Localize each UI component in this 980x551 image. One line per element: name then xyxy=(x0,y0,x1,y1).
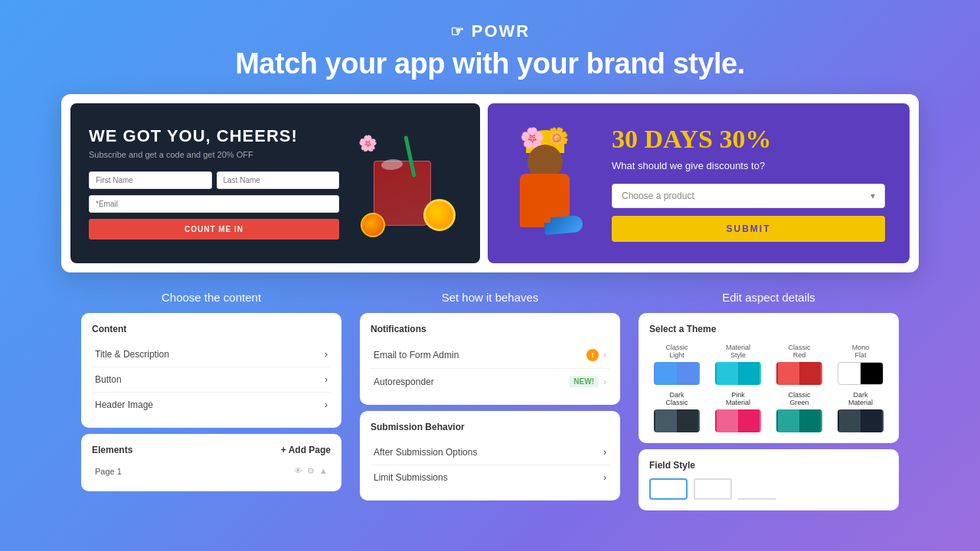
classic-green-label: ClassicGreen xyxy=(788,391,810,406)
dark-card-title: WE GOT YOU, CHEERS! xyxy=(89,127,339,145)
material-style-label: MaterialStyle xyxy=(726,344,750,359)
autoresponder-row[interactable]: Autoresponder NEW! › xyxy=(371,369,609,394)
submission-header: Submission Behavior xyxy=(371,422,609,432)
eye-icon[interactable]: 👁 xyxy=(294,466,302,476)
discount-question: What should we give discounts to? xyxy=(612,160,885,171)
glass-body xyxy=(374,161,431,226)
submission-panel: Submission Behavior After Submission Opt… xyxy=(360,411,620,500)
first-name-input[interactable] xyxy=(89,171,212,189)
button-row[interactable]: Button › xyxy=(92,367,331,393)
product-select-dropdown[interactable]: Choose a product ▾ xyxy=(612,184,885,208)
pink-material-swatch xyxy=(715,409,761,432)
flower-decor: 🌸 xyxy=(358,134,377,152)
email-admin-right: ! › xyxy=(586,349,606,361)
dropdown-chevron: ▾ xyxy=(871,191,875,201)
page-1-label: Page 1 xyxy=(95,467,122,476)
theme-dark-classic[interactable]: DarkClassic xyxy=(649,391,704,432)
email-input[interactable] xyxy=(89,195,339,213)
dark-classic-swatch xyxy=(654,409,700,432)
design-column: Edit aspect details Select a Theme Class… xyxy=(639,291,899,510)
button-label: Button xyxy=(95,374,122,385)
page-1-item[interactable]: Page 1 👁 ⚙ ▲ xyxy=(92,461,331,481)
autoresponder-chevron: › xyxy=(603,377,606,387)
notifications-header: Notifications xyxy=(371,324,609,334)
pink-material-label: PinkMaterial xyxy=(726,391,750,406)
submit-button[interactable]: SUBMIT xyxy=(612,216,885,242)
limit-submissions-chevron: › xyxy=(603,472,606,483)
page-settings-icon[interactable]: ⚙ xyxy=(307,466,315,476)
field-style-option-1[interactable] xyxy=(649,478,688,500)
name-fields-row xyxy=(89,171,339,189)
limit-submissions-label: Limit Submissions xyxy=(374,472,448,483)
preview-card-purple: 🌸🌼 30 DAYS 30% What should we give disco… xyxy=(488,103,910,263)
page-header: ☞ POWR Match your app with your brand st… xyxy=(0,0,980,94)
classic-light-label: ClassicLight xyxy=(665,344,688,359)
theme-dark-material[interactable]: DarkMaterial xyxy=(833,391,888,432)
theme-classic-green[interactable]: ClassicGreen xyxy=(772,391,827,432)
drink-illustration: 🌸 xyxy=(354,130,462,237)
new-badge: NEW! xyxy=(569,376,599,387)
header-image-row[interactable]: Header Image › xyxy=(92,393,331,417)
theme-pink-material[interactable]: PinkMaterial xyxy=(710,391,766,432)
field-style-option-2[interactable] xyxy=(694,478,732,500)
content-column: Choose the content Content Title & Descr… xyxy=(81,291,341,510)
content-panel-header: Content xyxy=(92,324,331,334)
preview-card-dark: WE GOT YOU, CHEERS! Subscribe and get a … xyxy=(70,103,480,263)
dark-card-content: WE GOT YOU, CHEERS! Subscribe and get a … xyxy=(89,127,339,240)
field-style-panel: Field Style xyxy=(639,449,899,510)
orange-slice-left xyxy=(361,213,385,237)
field-style-header: Field Style xyxy=(649,460,888,471)
field-style-options xyxy=(649,478,888,500)
after-submission-label: After Submission Options xyxy=(374,447,477,458)
preview-section: WE GOT YOU, CHEERS! Subscribe and get a … xyxy=(0,94,980,272)
count-me-in-button[interactable]: COUNT ME IN xyxy=(89,219,339,240)
theme-panel: Select a Theme ClassicLight MaterialStyl… xyxy=(639,313,899,443)
notifications-panel: Notifications Email to Form Admin ! › Au… xyxy=(360,313,620,405)
email-admin-label: Email to Form Admin xyxy=(374,350,459,360)
classic-red-swatch xyxy=(776,362,822,385)
title-description-chevron: › xyxy=(325,349,328,360)
email-admin-chevron: › xyxy=(603,350,606,360)
preview-container: WE GOT YOU, CHEERS! Subscribe and get a … xyxy=(61,94,919,272)
classic-red-label: ClassicRed xyxy=(788,344,810,359)
header-image-label: Header Image xyxy=(95,399,153,410)
theme-material-style[interactable]: MaterialStyle xyxy=(710,344,766,385)
theme-classic-light[interactable]: ClassicLight xyxy=(649,344,704,385)
powr-icon: ☞ xyxy=(450,22,466,41)
theme-mono-flat[interactable]: MonoFlat xyxy=(833,344,888,385)
purple-card-content: 30 DAYS 30% What should we give discount… xyxy=(612,125,885,242)
email-admin-row[interactable]: Email to Form Admin ! › xyxy=(371,342,609,369)
elements-label: Elements xyxy=(92,445,132,455)
person-leg xyxy=(535,204,550,223)
button-chevron: › xyxy=(325,374,328,385)
add-page-button[interactable]: + Add Page xyxy=(281,445,331,455)
autoresponder-right: NEW! › xyxy=(569,376,606,387)
last-name-input[interactable] xyxy=(217,171,340,189)
material-style-swatch xyxy=(715,362,761,385)
themes-grid: ClassicLight MaterialStyle ClassicRed Mo… xyxy=(649,344,888,432)
logo: ☞ POWR xyxy=(0,21,980,41)
classic-green-swatch xyxy=(776,409,822,432)
field-style-option-3[interactable] xyxy=(738,478,776,500)
title-description-label: Title & Description xyxy=(95,349,169,360)
elements-panel-header: Elements + Add Page xyxy=(92,445,331,455)
orange-slice-right xyxy=(423,199,456,231)
bottom-section: Choose the content Content Title & Descr… xyxy=(0,291,980,510)
header-image-chevron: › xyxy=(325,399,328,410)
page-headline: Match your app with your brand style. xyxy=(0,47,980,80)
theme-classic-red[interactable]: ClassicRed xyxy=(772,344,827,385)
elements-panel: Elements + Add Page Page 1 👁 ⚙ ▲ xyxy=(81,434,341,491)
behavior-column: Set how it behaves Notifications Email t… xyxy=(360,291,620,510)
move-up-icon[interactable]: ▲ xyxy=(319,466,328,476)
limit-submissions-row[interactable]: Limit Submissions › xyxy=(371,465,609,490)
dark-material-label: DarkMaterial xyxy=(848,391,873,406)
mono-flat-swatch xyxy=(838,362,884,385)
classic-light-swatch xyxy=(654,362,700,385)
behavior-col-title: Set how it behaves xyxy=(360,291,620,304)
warning-icon: ! xyxy=(586,349,599,361)
after-submission-row[interactable]: After Submission Options › xyxy=(371,440,609,465)
title-description-row[interactable]: Title & Description › xyxy=(92,342,331,367)
discount-text: 30 DAYS 30% xyxy=(612,125,885,154)
dropdown-placeholder: Choose a product xyxy=(622,191,694,201)
dark-material-swatch xyxy=(838,409,884,432)
